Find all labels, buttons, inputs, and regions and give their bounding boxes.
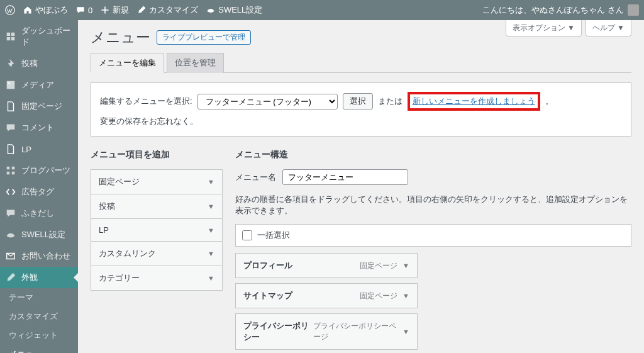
sidebar-item-appearance[interactable]: 外観 bbox=[0, 267, 78, 288]
sidebar-label: メディア bbox=[21, 79, 54, 91]
bulk-select-label: 一括選択 bbox=[257, 230, 290, 241]
media-icon bbox=[5, 79, 16, 91]
sidebar-label: ふきだし bbox=[21, 208, 54, 219]
sidebar-item-swell[interactable]: SWELL設定 bbox=[0, 224, 78, 245]
accordion-label: 固定ページ bbox=[99, 176, 140, 188]
page-icon bbox=[5, 101, 16, 112]
caret-icon: ▼ bbox=[208, 227, 214, 234]
sidebar-item-media[interactable]: メディア bbox=[0, 74, 78, 96]
submenu-widgets[interactable]: ウィジェット bbox=[0, 326, 78, 345]
accordion-label: カテゴリー bbox=[99, 272, 140, 284]
screen-options-button[interactable]: 表示オプション ▼ bbox=[506, 20, 582, 36]
site-title: やぼぶろ bbox=[35, 4, 68, 16]
bulk-select-top: 一括選択 bbox=[235, 224, 631, 247]
select-label: 編集するメニューを選択: bbox=[100, 96, 192, 107]
sidebar-item-comments[interactable]: コメント bbox=[0, 117, 78, 138]
accordion-pages[interactable]: 固定ページ▼ bbox=[91, 170, 222, 194]
sidebar-label: コメント bbox=[21, 122, 54, 133]
title-text: メニュー bbox=[91, 28, 150, 47]
menu-select-row: 編集するメニューを選択: フッターメニュー (フッター) 選択 または 新しいメ… bbox=[91, 82, 631, 137]
caret-icon: ▼ bbox=[208, 250, 214, 257]
menu-item-title: プロフィール bbox=[243, 260, 292, 271]
menu-item-type: 固定ページ bbox=[360, 261, 397, 271]
svg-point-0 bbox=[6, 6, 14, 14]
menu-item-type: プライバシーポリシーページ bbox=[313, 321, 397, 342]
sidebar-label: お問い合わせ bbox=[21, 250, 70, 262]
sidebar-label: 投稿 bbox=[21, 58, 38, 69]
wp-logo[interactable] bbox=[5, 5, 15, 15]
create-menu-link[interactable]: 新しいメニューを作成しましょう bbox=[413, 96, 535, 106]
page-icon bbox=[5, 143, 16, 155]
accordion-custom-link[interactable]: カスタムリンク▼ bbox=[91, 242, 222, 266]
chevron-down-icon: ▼ bbox=[402, 262, 409, 269]
submenu-customize[interactable]: カスタマイズ bbox=[0, 307, 78, 326]
structure-title: メニュー構造 bbox=[235, 149, 631, 160]
customize-link[interactable]: カスタマイズ bbox=[136, 4, 198, 16]
menu-name-input[interactable] bbox=[282, 169, 408, 185]
accordion-lp[interactable]: LP▼ bbox=[91, 219, 222, 242]
menu-select[interactable]: フッターメニュー (フッター) bbox=[197, 94, 338, 109]
main-content: 表示オプション ▼ ヘルプ ▼ メニュー ライブプレビューで管理 メニューを編集… bbox=[78, 20, 644, 353]
select-button[interactable]: 選択 bbox=[343, 93, 373, 109]
sidebar-item-blogparts[interactable]: ブログパーツ bbox=[0, 160, 78, 181]
plus-icon bbox=[100, 5, 110, 15]
submenu-menus[interactable]: メニュー bbox=[0, 345, 78, 353]
sidebar-item-adtag[interactable]: 広告タグ bbox=[0, 181, 78, 203]
accordion-categories[interactable]: カテゴリー▼ bbox=[91, 266, 222, 290]
mail-icon bbox=[5, 250, 16, 262]
sidebar-label: SWELL設定 bbox=[21, 229, 65, 240]
sidebar-item-bubble[interactable]: ふきだし bbox=[0, 203, 78, 224]
bulk-select-checkbox[interactable] bbox=[242, 230, 252, 240]
menu-item-type: 固定ページ bbox=[360, 291, 397, 301]
caret-icon: ▼ bbox=[208, 274, 214, 282]
user-avatar[interactable] bbox=[628, 4, 639, 16]
nav-tabs: メニューを編集 位置を管理 bbox=[91, 52, 631, 73]
code-icon bbox=[5, 186, 16, 198]
help-button[interactable]: ヘルプ ▼ bbox=[586, 20, 631, 36]
customize-label: カスタマイズ bbox=[149, 4, 198, 16]
caret-icon: ▼ bbox=[208, 178, 214, 186]
brush-icon bbox=[136, 5, 147, 15]
sidebar-item-pages[interactable]: 固定ページ bbox=[0, 96, 78, 117]
comments-link[interactable]: 0 bbox=[75, 5, 92, 15]
sidebar-label: 外観 bbox=[21, 272, 38, 283]
comment-icon bbox=[5, 122, 16, 133]
new-label: 新規 bbox=[113, 4, 129, 16]
new-content[interactable]: 新規 bbox=[100, 4, 129, 16]
grid-icon bbox=[5, 165, 16, 176]
menu-item-row[interactable]: プライバシーポリシープライバシーポリシーページ▼ bbox=[235, 313, 418, 350]
period: 。 bbox=[545, 96, 553, 107]
accordion-label: 投稿 bbox=[99, 201, 115, 212]
swell-settings-link[interactable]: SWELL設定 bbox=[206, 4, 262, 16]
menu-item-row[interactable]: プロフィール固定ページ▼ bbox=[235, 253, 418, 278]
live-preview-button[interactable]: ライブプレビューで管理 bbox=[157, 30, 251, 45]
sidebar-label: 広告タグ bbox=[21, 186, 54, 198]
sidebar-item-dashboard[interactable]: ダッシュボード bbox=[0, 20, 78, 53]
submenu-themes[interactable]: テーマ bbox=[0, 288, 78, 307]
sidebar-item-posts[interactable]: 投稿 bbox=[0, 53, 78, 74]
admin-sidebar: ダッシュボード 投稿 メディア 固定ページ コメント LP ブログパーツ 広告タ… bbox=[0, 20, 78, 353]
save-note: 変更の保存をお忘れなく。 bbox=[100, 116, 198, 127]
accordion-label: カスタムリンク bbox=[99, 248, 156, 259]
tab-edit-menus[interactable]: メニューを編集 bbox=[91, 53, 164, 73]
sidebar-item-lp[interactable]: LP bbox=[0, 138, 78, 160]
menu-item-title: サイトマップ bbox=[243, 290, 292, 301]
sidebar-item-contact[interactable]: お問い合わせ bbox=[0, 245, 78, 267]
site-name[interactable]: やぼぶろ bbox=[23, 4, 68, 16]
pin-icon bbox=[5, 58, 16, 69]
add-items-accordion: 固定ページ▼ 投稿▼ LP▼ カスタムリンク▼ カテゴリー▼ bbox=[91, 169, 223, 291]
chevron-down-icon: ▼ bbox=[402, 328, 409, 335]
comment-count: 0 bbox=[88, 6, 92, 15]
highlight-box: 新しいメニューを作成しましょう bbox=[408, 92, 540, 111]
menu-item-row[interactable]: サイトマップ固定ページ▼ bbox=[235, 283, 418, 308]
tab-manage-locations[interactable]: 位置を管理 bbox=[167, 53, 224, 73]
caret-icon: ▼ bbox=[208, 203, 214, 210]
swell-icon bbox=[5, 229, 16, 240]
swell-icon bbox=[206, 5, 216, 15]
wordpress-icon bbox=[5, 5, 15, 15]
accordion-label: LP bbox=[99, 225, 109, 235]
user-greeting[interactable]: こんにちは、やぬさんぽんちゃん さん bbox=[482, 4, 624, 16]
accordion-posts[interactable]: 投稿▼ bbox=[91, 194, 222, 219]
admin-toolbar: やぼぶろ 0 新規 カスタマイズ SWELL設定 こんにちは、やぬさんぽんちゃん… bbox=[0, 0, 644, 20]
add-items-title: メニュー項目を追加 bbox=[91, 149, 223, 160]
